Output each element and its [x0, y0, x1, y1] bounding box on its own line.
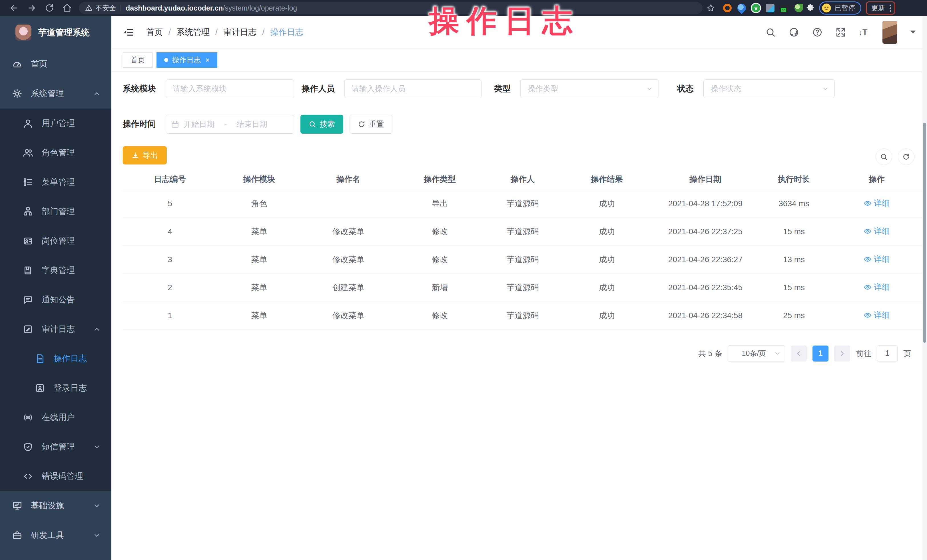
sidebar-item-label: 字典管理: [42, 265, 75, 276]
page-size-select[interactable]: 10条/页: [728, 345, 785, 362]
detail-link[interactable]: 详细: [863, 198, 890, 209]
sidebar-item-system-management[interactable]: 系统管理: [0, 79, 111, 109]
extension-icon[interactable]: on: [780, 4, 789, 12]
profile-paused-pill[interactable]: 已暂停: [819, 2, 861, 15]
next-page-button[interactable]: [834, 346, 850, 361]
detail-link[interactable]: 详细: [863, 254, 890, 265]
export-button[interactable]: 导出: [123, 146, 167, 164]
detail-link[interactable]: 详细: [863, 310, 890, 321]
module-input[interactable]: [166, 79, 294, 98]
forward-icon[interactable]: [27, 3, 36, 13]
app-logo-row[interactable]: 芋道管理系统: [0, 16, 111, 49]
prev-page-button[interactable]: [791, 346, 807, 361]
active-tab-dot-icon: [164, 58, 168, 62]
sidebar-item-error-code-management[interactable]: 错误码管理: [0, 461, 111, 491]
fullscreen-icon[interactable]: [836, 27, 846, 37]
search-button-label: 搜索: [319, 119, 335, 129]
sidebar-item-audit-log[interactable]: 审计日志: [0, 314, 111, 344]
sidebar-item-notice[interactable]: 通知公告: [0, 285, 111, 314]
sidebar-item-label: 角色管理: [42, 147, 75, 158]
sidebar-item-menu-management[interactable]: 菜单管理: [0, 167, 111, 197]
sidebar-item-online-users[interactable]: 在线用户: [0, 403, 111, 432]
tab-operate-log[interactable]: 操作日志: [157, 52, 217, 68]
github-icon[interactable]: [789, 27, 799, 37]
eye-icon: [863, 227, 872, 235]
back-icon[interactable]: [9, 3, 19, 13]
online-users-icon: [23, 412, 33, 423]
bookmark-star-icon[interactable]: [707, 4, 715, 12]
chevron-right-icon: [839, 351, 845, 357]
extensions-puzzle-icon[interactable]: [806, 4, 815, 12]
cell-name: 修改菜单: [301, 246, 395, 273]
security-label: 不安全: [96, 3, 116, 12]
export-button-label: 导出: [143, 150, 158, 161]
detail-link[interactable]: 详细: [863, 226, 890, 237]
refresh-table-button[interactable]: [898, 149, 915, 165]
extension-icon[interactable]: [723, 4, 732, 12]
sidebar-item-operate-log[interactable]: 操作日志: [0, 344, 111, 373]
sidebar-item-login-log[interactable]: 登录日志: [0, 373, 111, 403]
detail-link[interactable]: 详细: [863, 282, 890, 293]
sidebar-item-label: 岗位管理: [42, 235, 75, 247]
eye-icon: [863, 283, 872, 291]
kebab-menu-icon[interactable]: [890, 5, 891, 12]
breadcrumb-item[interactable]: 系统管理: [176, 27, 210, 38]
cell-name: [301, 190, 395, 218]
browser-update-menu[interactable]: 更新: [866, 2, 895, 15]
status-select[interactable]: 操作状态: [704, 79, 835, 98]
collapse-sidebar-icon[interactable]: [123, 27, 134, 38]
page-scrollbar[interactable]: [922, 16, 927, 560]
show-search-button[interactable]: [875, 149, 892, 165]
sidebar-item-home[interactable]: 首页: [0, 49, 111, 79]
filter-label-time: 操作时间: [123, 118, 156, 130]
cell-duration: 15 ms: [758, 218, 830, 246]
warning-icon: [85, 4, 93, 12]
scrollbar-thumb[interactable]: [923, 123, 926, 343]
user-avatar[interactable]: [883, 21, 897, 44]
pagination: 共 5 条 10条/页 1 前往 页: [123, 345, 911, 362]
tab-home[interactable]: 首页: [123, 52, 152, 68]
sidebar-item-department-management[interactable]: 部门管理: [0, 197, 111, 226]
address-bar[interactable]: 不安全 dashboard.yudao.iocoder.cn /system/l…: [79, 2, 702, 14]
sidebar-item-label: 系统管理: [31, 88, 64, 99]
user-menu-caret-icon[interactable]: [910, 30, 916, 34]
cell-type: 修改: [395, 246, 484, 273]
col-type: 操作类型: [395, 169, 484, 190]
cell-result: 成功: [561, 273, 653, 302]
sidebar-item-dev-tools[interactable]: 研发工具: [0, 521, 111, 550]
sidebar-item-dict-management[interactable]: 字典管理: [0, 256, 111, 285]
cell-name: 创建菜单: [301, 273, 395, 302]
sidebar-item-user-management[interactable]: 用户管理: [0, 109, 111, 138]
sidebar-item-role-management[interactable]: 角色管理: [0, 138, 111, 167]
search-icon[interactable]: [765, 27, 776, 37]
breadcrumb-item-current: 操作日志: [270, 27, 303, 38]
sidebar-item-label: 基础设施: [31, 500, 64, 511]
reload-icon[interactable]: [44, 3, 54, 13]
tab-close-icon[interactable]: [205, 56, 210, 64]
system-management-submenu: 用户管理 角色管理 菜单管理 部门管理 岗位管理 字典管理: [0, 109, 111, 491]
extension-icon[interactable]: [795, 4, 803, 12]
breadcrumb-separator: /: [262, 27, 264, 37]
sidebar-item-post-management[interactable]: 岗位管理: [0, 226, 111, 256]
reset-button[interactable]: 重置: [350, 115, 392, 134]
breadcrumb-item[interactable]: 首页: [146, 27, 163, 38]
date-range-picker[interactable]: 开始日期 - 结束日期: [166, 115, 294, 134]
help-icon[interactable]: [812, 27, 822, 37]
goto-page-input[interactable]: [877, 345, 898, 362]
filter-label-type: 类型: [494, 83, 511, 94]
sidebar-item-infrastructure[interactable]: 基础设施: [0, 491, 111, 521]
operator-input[interactable]: [344, 79, 482, 98]
sidebar-item-label: 在线用户: [42, 412, 75, 423]
extension-icon[interactable]: [766, 4, 775, 12]
detail-label: 详细: [874, 198, 890, 209]
page-number-button[interactable]: 1: [813, 346, 828, 361]
breadcrumb-item[interactable]: 审计日志: [223, 27, 257, 38]
extension-icon[interactable]: v: [752, 4, 760, 12]
sidebar-item-label: 用户管理: [42, 118, 75, 129]
home-icon[interactable]: [62, 3, 72, 13]
font-size-icon[interactable]: tT: [859, 27, 869, 37]
extension-icon[interactable]: [736, 2, 748, 14]
sidebar-item-sms-management[interactable]: 短信管理: [0, 432, 111, 461]
search-button[interactable]: 搜索: [301, 115, 343, 134]
type-select[interactable]: 操作类型: [520, 79, 659, 98]
